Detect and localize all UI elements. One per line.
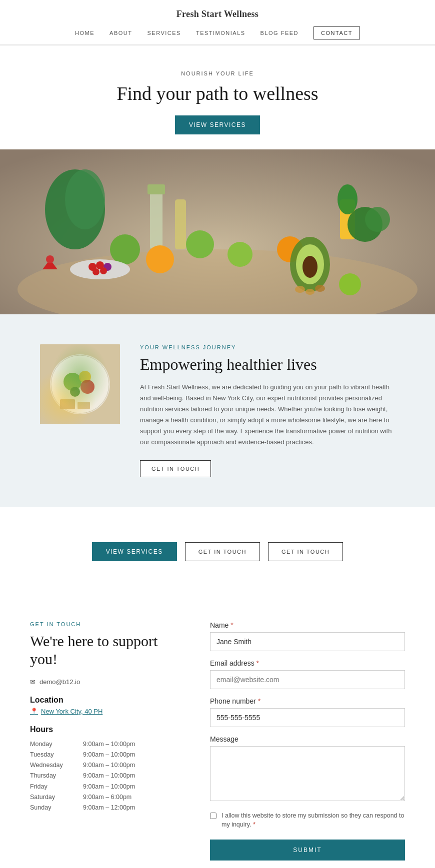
contact-section-label: GET IN TOUCH [30,621,180,627]
day-tuesday: Tuesday [30,750,75,760]
day-friday: Friday [30,782,75,792]
phone-input[interactable] [210,708,405,727]
phone-required-star: * [256,697,260,705]
email-input[interactable] [210,670,405,689]
wellness-sub-label: YOUR WELLNESS JOURNEY [140,344,395,350]
svg-point-27 [295,286,305,293]
consent-checkbox[interactable] [210,813,216,819]
nav-home[interactable]: HOME [75,30,94,36]
svg-point-9 [186,230,214,258]
cta-row-section: VIEW SERVICES GET IN TOUCH GET IN TOUCH [0,507,435,596]
wellness-food-image [40,344,120,424]
wellness-content: YOUR WELLNESS JOURNEY Empowering healthi… [140,344,395,477]
hero-section: NOURISH YOUR LIFE Find your path to well… [0,45,435,149]
svg-point-36 [79,371,91,383]
header: Fresh Start Wellness HOME ABOUT SERVICES… [0,0,435,45]
svg-point-33 [50,354,110,414]
cta-view-services-button[interactable]: VIEW SERVICES [92,542,177,561]
location-text: New York City, 40 PH [41,708,102,715]
contact-location-value[interactable]: 📍 New York City, 40 PH [30,708,180,715]
svg-point-7 [65,169,105,229]
svg-rect-3 [150,189,162,249]
svg-rect-40 [78,402,90,409]
svg-point-23 [302,256,318,278]
message-label: Message [210,735,405,743]
svg-rect-39 [60,399,75,409]
contact-form: Name * Email address * Phone number * Me… [210,621,405,861]
svg-rect-4 [148,184,165,194]
consent-text: I allow this website to store my submiss… [222,811,405,830]
hours-row-thursday: Thursday 9:00am – 10:00pm [30,771,180,781]
message-group: Message [210,735,405,803]
hero-image [0,149,435,314]
cta-get-in-touch-button-2[interactable]: GET IN TOUCH [268,542,343,561]
svg-point-31 [46,255,54,263]
view-services-button[interactable]: VIEW SERVICES [175,115,260,134]
time-friday: 9:00am – 10:00pm [83,782,135,792]
svg-point-10 [228,242,252,267]
phone-label: Phone number * [210,697,405,705]
svg-point-20 [338,184,358,214]
hours-row-monday: Monday 9:00am – 10:00pm [30,739,180,750]
svg-point-11 [146,245,174,273]
email-group: Email address * [210,659,405,689]
cta-get-in-touch-button-1[interactable]: GET IN TOUCH [185,542,260,561]
contact-info: GET IN TOUCH We're here to support you! … [30,621,180,814]
consent-row: I allow this website to store my submiss… [210,811,405,830]
nav-services[interactable]: SERVICES [147,30,180,36]
name-input[interactable] [210,632,405,651]
svg-point-26 [339,273,361,295]
day-sunday: Sunday [30,803,75,813]
time-sunday: 9:00am – 12:00pm [83,803,135,813]
location-label: Location [30,696,180,705]
svg-rect-32 [40,344,120,424]
day-wednesday: Wednesday [30,760,75,771]
svg-point-28 [306,289,314,295]
hero-sub-label: NOURISH YOUR LIFE [10,70,425,76]
svg-point-37 [80,380,94,394]
hours-row-friday: Friday 9:00am – 10:00pm [30,782,180,792]
phone-group: Phone number * [210,697,405,727]
contact-email-value[interactable]: demo@b12.io [40,678,80,686]
wellness-get-in-touch-button[interactable]: GET IN TOUCH [140,460,211,477]
svg-rect-5 [175,199,186,249]
hours-row-tuesday: Tuesday 9:00am – 10:00pm [30,750,180,760]
svg-point-25 [365,207,390,232]
wellness-image [40,344,120,424]
svg-point-8 [110,234,140,264]
name-label: Name * [210,621,405,629]
contact-title: We're here to support you! [30,632,180,668]
time-tuesday: 9:00am – 10:00pm [83,750,135,760]
svg-point-35 [64,373,82,391]
nav-blog-feed[interactable]: BLOG FEED [260,30,298,36]
submit-button[interactable]: SUBMIT [210,840,405,861]
day-saturday: Saturday [30,792,75,803]
hours-label: Hours [30,725,180,734]
email-label: Email address * [210,659,405,667]
pin-icon: 📍 [30,708,38,715]
email-required-star: * [254,659,259,667]
envelope-icon: ✉ [30,678,36,686]
svg-point-29 [315,285,325,292]
consent-required-star: * [252,821,256,828]
hero-title: Find your path to wellness [10,82,425,104]
day-monday: Monday [30,739,75,750]
nav-about[interactable]: ABOUT [110,30,132,36]
message-textarea[interactable] [210,746,405,801]
svg-point-34 [51,355,109,413]
hero-illustration [0,149,435,314]
wellness-text: At Fresh Start Wellness, we are dedicate… [140,382,395,448]
svg-point-18 [100,267,107,274]
nav-contact[interactable]: CONTACT [314,26,360,39]
contact-email-row: ✉ demo@b12.io [30,678,180,686]
svg-point-17 [92,268,100,275]
contact-section: GET IN TOUCH We're here to support you! … [0,596,435,868]
time-wednesday: 9:00am – 10:00pm [83,760,135,771]
hours-row-wednesday: Wednesday 9:00am – 10:00pm [30,760,180,771]
svg-point-38 [70,387,80,397]
hero-image-inner [0,149,435,314]
name-required-star: * [228,621,233,629]
wellness-section: YOUR WELLNESS JOURNEY Empowering healthi… [0,314,435,507]
nav-testimonials[interactable]: TESTIMONIALS [196,30,246,36]
wellness-title: Empowering healthier lives [140,355,395,374]
